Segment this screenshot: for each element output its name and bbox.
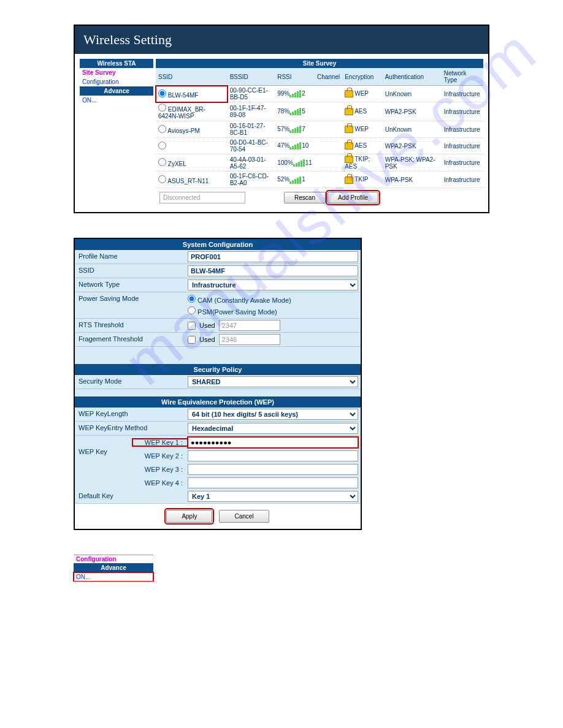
wireless-setting-panel: Wireless Setting Wireless STA Site Surve… [74, 25, 489, 213]
snippet-advance-header: Advance [74, 563, 153, 572]
frag-value-input[interactable] [219, 334, 280, 345]
ssid-label: SSID [75, 264, 185, 278]
security-mode-label: Security Mode [75, 375, 185, 389]
wep-key-3-label: WEP Key 3 : [132, 466, 188, 473]
profile-name-label: Profile Name [75, 250, 185, 264]
profile-name-input[interactable] [188, 251, 358, 262]
wep-header: Wire Equivalence Protection (WEP) [75, 396, 361, 408]
site-survey-table: SSIDBSSIDRSSIChannelEncryptionAuthentica… [156, 68, 483, 188]
lock-icon [345, 156, 353, 163]
network-row[interactable]: Aviosys-PM00-16-01-27-8C-B157%7WEPUnKnow… [156, 121, 483, 138]
advance-snippet: Configuration Advance ON... [74, 555, 153, 582]
wep-key-1-label: WEP Key 1 : [132, 439, 188, 446]
network-radio[interactable] [158, 89, 166, 97]
rts-label: RTS Threshold [75, 319, 185, 332]
wep-key-4-input[interactable] [188, 477, 358, 488]
cam-radio[interactable] [188, 295, 196, 303]
network-type-select[interactable]: Infrastructure [188, 279, 358, 290]
col-header: Authentication [383, 68, 442, 86]
sidebar-header-wireless-sta: Wireless STA [80, 59, 153, 68]
psm-radio[interactable] [188, 306, 196, 314]
sidebar-item-configuration[interactable]: Configuration [80, 77, 153, 86]
network-row[interactable]: ASUS_RT-N1100-1F-C6-CD-B2-A052%1TKIPWPA-… [156, 172, 483, 188]
wep-key-2-input[interactable] [188, 450, 358, 461]
add-profile-button[interactable]: Add Profile [327, 192, 378, 203]
col-header: BSSID [228, 68, 275, 86]
page-title: Wireless Setting [75, 26, 488, 54]
system-config-panel: System Configuration Profile Name SSID N… [74, 238, 362, 530]
wep-key-3-input[interactable] [188, 464, 358, 475]
wep-keylength-select[interactable]: 64 bit (10 hex digits/ 5 ascii keys) [188, 409, 358, 420]
col-header: Network Type [442, 68, 483, 86]
snippet-on-link[interactable]: ON... [74, 572, 153, 582]
network-radio[interactable] [158, 175, 166, 183]
system-config-header: System Configuration [75, 239, 361, 250]
wep-key-1-input[interactable] [188, 437, 358, 448]
network-row[interactable]: EDIMAX_BR-6424N-WISP00-1F-1F-47-89-0878%… [156, 102, 483, 121]
status-box [159, 192, 245, 203]
network-type-label: Network Type [75, 278, 185, 292]
network-radio[interactable] [158, 158, 166, 166]
col-header: Encryption [342, 68, 383, 86]
sidebar: Wireless STA Site Survey Configuration A… [80, 59, 153, 207]
col-header: Channel [315, 68, 342, 86]
network-row[interactable]: ZyXEL40-4A-03-01-A5-62100%11TKIP; AESWPA… [156, 154, 483, 172]
lock-icon [345, 176, 353, 184]
wep-key-label: WEP Key [75, 436, 130, 490]
sidebar-item-on[interactable]: ON... [80, 96, 153, 105]
lock-icon [345, 142, 353, 150]
rts-used-label: Used [199, 322, 215, 329]
wep-entry-select[interactable]: Hexadecimal [188, 423, 358, 434]
network-radio[interactable] [158, 104, 166, 112]
frag-label: Fragement Threshold [75, 333, 185, 346]
default-key-select[interactable]: Key 1 [188, 491, 358, 502]
network-row[interactable]: 00-D0-41-BC-70-5447%10AESWPA2-PSKInfrast… [156, 138, 483, 154]
col-header: RSSI [275, 68, 315, 86]
col-header: SSID [156, 68, 228, 86]
site-survey-header: Site Survey [156, 59, 483, 68]
default-key-label: Default Key [75, 490, 185, 503]
psm-label: PSM(Power Saving Mode) [197, 308, 277, 316]
security-policy-header: Security Policy [75, 364, 361, 375]
power-saving-label: Power Saving Mode [75, 292, 185, 318]
site-survey-main: Site Survey SSIDBSSIDRSSIChannelEncrypti… [156, 59, 483, 207]
frag-used-label: Used [199, 336, 215, 343]
wep-key-2-label: WEP Key 2 : [132, 452, 188, 460]
lock-icon [345, 126, 353, 133]
network-radio[interactable] [158, 125, 166, 133]
apply-button[interactable]: Apply [166, 510, 212, 523]
rescan-button[interactable]: Rescan [284, 192, 326, 203]
lock-icon [345, 90, 353, 97]
network-radio[interactable] [158, 142, 166, 150]
wep-entry-label: WEP KeyEntry Method [75, 422, 185, 435]
network-row[interactable]: BLW-54MF00-90-CC-E1-BB-D599%2WEPUnKnownI… [156, 86, 483, 102]
wep-key-4-label: WEP Key 4 : [132, 479, 188, 487]
snippet-configuration[interactable]: Configuration [74, 555, 153, 563]
rts-used-checkbox[interactable] [188, 322, 196, 330]
wep-keylength-label: WEP KeyLength [75, 408, 185, 421]
lock-icon [345, 108, 353, 115]
cancel-button[interactable]: Cancel [219, 510, 269, 523]
sidebar-header-advance: Advance [80, 86, 153, 96]
frag-used-checkbox[interactable] [188, 336, 196, 344]
survey-button-row: Rescan Add Profile [156, 188, 483, 207]
security-mode-select[interactable]: SHARED [188, 376, 358, 387]
cam-label: CAM (Constantly Awake Mode) [197, 297, 291, 304]
sidebar-item-site-survey[interactable]: Site Survey [80, 68, 153, 77]
rts-value-input[interactable] [219, 320, 280, 331]
ssid-input[interactable] [188, 265, 358, 276]
